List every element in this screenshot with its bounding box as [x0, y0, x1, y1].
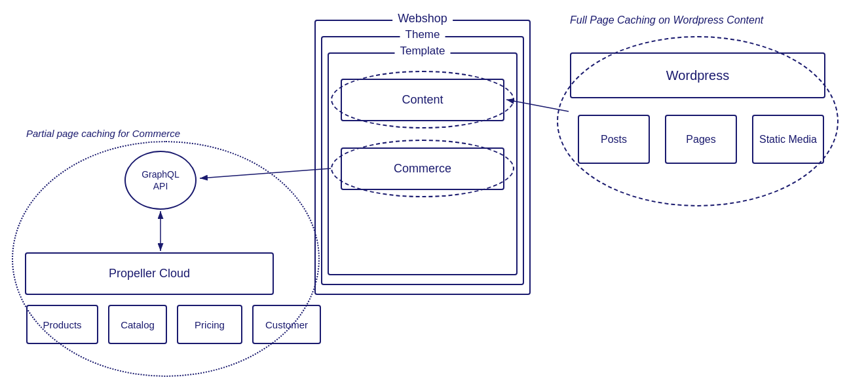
pages-box: Pages: [665, 115, 737, 164]
propeller-cloud-box: Propeller Cloud: [25, 252, 274, 295]
webshop-label: Webshop: [392, 12, 453, 26]
customer-label: Customer: [265, 319, 308, 330]
posts-box: Posts: [578, 115, 650, 164]
wordpress-label: Wordpress: [666, 68, 729, 83]
theme-label: Theme: [400, 28, 445, 41]
wordpress-box: Wordpress: [570, 52, 825, 98]
partial-cache-label: Partial page caching for Commerce: [26, 128, 180, 139]
pages-label: Pages: [686, 134, 715, 146]
graphql-label: GraphQLAPI: [142, 168, 179, 192]
customer-box: Customer: [252, 305, 321, 344]
content-label: Content: [402, 93, 443, 107]
pricing-label: Pricing: [195, 319, 225, 330]
products-box: Products: [26, 305, 98, 344]
template-label: Template: [395, 45, 451, 58]
commerce-label: Commerce: [394, 162, 451, 176]
content-box: Content: [341, 79, 504, 121]
catalog-box: Catalog: [108, 305, 167, 344]
products-label: Products: [43, 319, 81, 330]
wordpress-section-label: Full Page Caching on Wordpress Content: [570, 14, 763, 26]
diagram-container: Partial page caching for Commerce Websho…: [0, 0, 868, 390]
catalog-label: Catalog: [121, 319, 155, 330]
static-media-label: Static Media: [759, 134, 817, 146]
graphql-api-circle: GraphQLAPI: [124, 151, 197, 210]
commerce-box: Commerce: [341, 147, 504, 190]
pricing-box: Pricing: [177, 305, 242, 344]
static-media-box: Static Media: [752, 115, 824, 164]
posts-label: Posts: [601, 134, 627, 146]
propeller-label: Propeller Cloud: [109, 267, 190, 281]
